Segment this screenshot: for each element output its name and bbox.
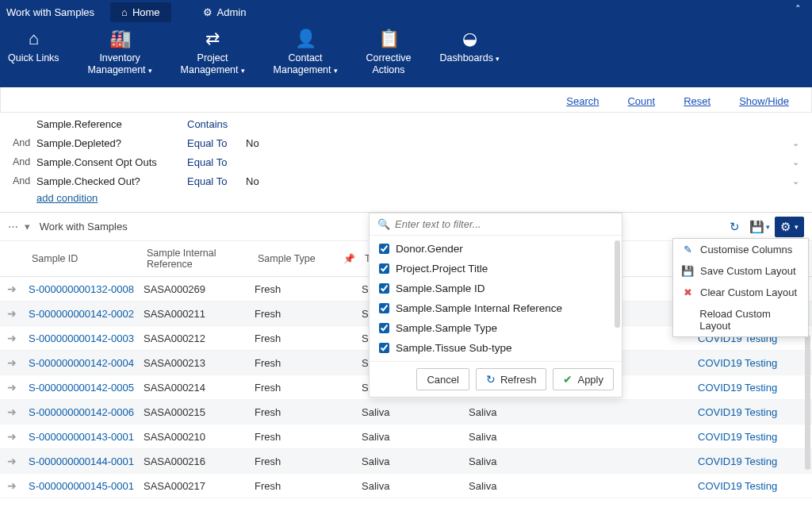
- menu-customise-columns[interactable]: ✎Customise Columns: [673, 239, 808, 260]
- refresh-button[interactable]: ↻Refresh: [476, 368, 547, 390]
- expand-icon[interactable]: ➜: [0, 356, 24, 369]
- save-icon: 💾: [681, 265, 694, 277]
- cell-sample-id[interactable]: S-000000000143-0001: [24, 431, 139, 443]
- column-chooser-item[interactable]: Sample.Sample Internal Reference: [370, 298, 622, 318]
- table-row[interactable]: ➜S-000000000145-0001SASA000217FreshSaliv…: [0, 474, 812, 498]
- chevron-down-icon[interactable]: ⌄: [783, 157, 799, 167]
- ribbon-dashboards[interactable]: ◒ Dashboards▾: [439, 29, 499, 76]
- menu-clear-layout[interactable]: ✖Clear Custom Layout: [673, 282, 808, 303]
- dashboard-icon: ◒: [462, 29, 477, 49]
- column-chooser-checkbox[interactable]: [379, 244, 389, 254]
- scrollbar-thumb[interactable]: [615, 240, 620, 328]
- reset-link[interactable]: Reset: [684, 95, 710, 107]
- expand-icon[interactable]: ➜: [0, 455, 24, 467]
- expand-icon[interactable]: ➜: [0, 282, 24, 295]
- expand-icon[interactable]: ➜: [0, 381, 24, 394]
- menu-reload-layout[interactable]: Reload Custom Layout: [673, 303, 808, 336]
- settings-menu: ✎Customise Columns 💾Save Custom Layout ✖…: [672, 238, 809, 337]
- column-chooser-checkbox[interactable]: [379, 303, 389, 313]
- cell-project[interactable]: COVID19 Testing: [693, 357, 812, 369]
- menu-label: Save Custom Layout: [700, 265, 796, 277]
- filter-operator[interactable]: Equal To: [187, 175, 243, 187]
- col-sample-type[interactable]: Sample Type📌: [253, 253, 360, 264]
- search-link[interactable]: Search: [566, 95, 599, 107]
- cell-sample-id[interactable]: S-000000000144-0001: [24, 455, 139, 467]
- column-chooser-search-input[interactable]: [395, 218, 614, 230]
- cell-project[interactable]: COVID19 Testing: [693, 431, 812, 443]
- column-chooser-popup: 🔍 Donor.GenderProject.Project TitleSampl…: [369, 213, 622, 398]
- cell-sample-id[interactable]: S-000000000142-0004: [24, 357, 139, 369]
- showhide-link[interactable]: Show/Hide: [739, 95, 789, 107]
- add-condition-link[interactable]: add condition: [36, 192, 98, 204]
- col-sample-id[interactable]: Sample ID: [27, 253, 142, 264]
- expand-icon[interactable]: ➜: [0, 430, 24, 443]
- column-chooser-checkbox[interactable]: [379, 323, 389, 333]
- expand-icon[interactable]: ➜: [0, 307, 24, 320]
- settings-button[interactable]: ⚙▾: [775, 217, 804, 237]
- ribbon-quick-links[interactable]: ⌂ Quick Links: [8, 29, 59, 76]
- grid-menu-icon[interactable]: ⋯ ▾: [8, 221, 32, 232]
- table-row[interactable]: ➜S-000000000142-0006SASA000215FreshSaliv…: [0, 400, 812, 425]
- cell-sample-id[interactable]: S-000000000142-0002: [24, 308, 139, 320]
- cell-project[interactable]: COVID19 Testing: [693, 406, 812, 418]
- cell-sample-id[interactable]: S-000000000145-0001: [24, 480, 139, 492]
- scrollbar-thumb[interactable]: [805, 335, 810, 470]
- column-chooser-item[interactable]: Project.Project Title: [370, 259, 622, 279]
- ribbon-project-management[interactable]: ⇄ ProjectManagement▾: [181, 29, 245, 76]
- menu-save-layout[interactable]: 💾Save Custom Layout: [673, 260, 808, 282]
- cell-project[interactable]: COVID19 Testing: [693, 480, 812, 492]
- column-chooser-checkbox[interactable]: [379, 283, 389, 294]
- cell-internal-ref: SASA000210: [139, 431, 250, 443]
- expand-icon[interactable]: ➜: [0, 479, 24, 492]
- apply-button[interactable]: ✔Apply: [553, 368, 614, 390]
- ribbon-contact-management[interactable]: 👤 ContactManagement▾: [274, 29, 338, 76]
- cell-sample-id[interactable]: S-000000000142-0003: [24, 332, 139, 344]
- filter-field[interactable]: Sample.Depleted?: [36, 137, 187, 149]
- filter-operator[interactable]: Equal To: [187, 137, 243, 149]
- column-chooser-checkbox[interactable]: [379, 263, 389, 274]
- expand-icon[interactable]: ➜: [0, 405, 24, 418]
- filter-field[interactable]: Sample.Reference: [36, 118, 187, 130]
- expand-icon[interactable]: ➜: [0, 332, 24, 344]
- filter-value[interactable]: No: [243, 137, 783, 149]
- ribbon-inventory-management[interactable]: 🏭 InventoryManagement▾: [88, 29, 152, 76]
- cell-sample-id[interactable]: S-000000000142-0005: [24, 382, 139, 394]
- cell-sample-type: Fresh: [250, 283, 357, 295]
- filter-field[interactable]: Sample.Consent Opt Outs: [36, 156, 187, 168]
- filter-operator[interactable]: Equal To: [187, 156, 243, 168]
- cell-sample-id[interactable]: S-000000000132-0008: [24, 283, 139, 295]
- cell-tissue: Saliva: [357, 406, 464, 418]
- cell-sample-id[interactable]: S-000000000142-0006: [24, 406, 139, 418]
- collapse-caret-icon[interactable]: ˄: [795, 3, 801, 15]
- filter-operator[interactable]: Contains: [187, 118, 243, 130]
- column-chooser-item-label: Sample.Sample Type: [396, 322, 497, 334]
- table-row[interactable]: ➜S-000000000143-0001SASA000210FreshSaliv…: [0, 425, 812, 449]
- chevron-down-icon[interactable]: ⌄: [783, 138, 799, 148]
- column-chooser-checkbox[interactable]: [379, 343, 389, 353]
- cell-sample-type: Fresh: [250, 455, 357, 467]
- chevron-down-icon[interactable]: ⌄: [783, 176, 799, 186]
- ribbon-corrective-actions[interactable]: 📋 CorrectiveActions: [366, 29, 412, 76]
- filter-value[interactable]: No: [243, 175, 783, 187]
- cell-internal-ref: SASA000269: [139, 283, 250, 295]
- nav-home[interactable]: ⌂ Home: [110, 2, 171, 22]
- pin-icon[interactable]: 📌: [343, 253, 355, 264]
- filter-field[interactable]: Sample.Checked Out?: [36, 175, 187, 187]
- table-row[interactable]: ➜S-000000000144-0001SASA000216FreshSaliv…: [0, 449, 812, 474]
- cell-internal-ref: SASA000217: [139, 480, 250, 492]
- nav-admin[interactable]: ⚙ Admin: [192, 2, 258, 22]
- count-link[interactable]: Count: [627, 95, 655, 107]
- save-layout-button[interactable]: 💾▾: [749, 217, 770, 237]
- cancel-button[interactable]: Cancel: [416, 368, 469, 390]
- cell-sample-type: Fresh: [250, 308, 357, 320]
- column-chooser-item-label: Donor.Gender: [396, 243, 463, 255]
- chevron-down-icon: ▾: [496, 55, 500, 63]
- column-chooser-item[interactable]: Sample.Tissue Sub-type: [370, 338, 622, 358]
- col-internal-ref[interactable]: Sample Internal Reference: [142, 248, 253, 270]
- column-chooser-item[interactable]: Donor.Gender: [370, 239, 622, 259]
- column-chooser-item[interactable]: Sample.Sample Type: [370, 318, 622, 338]
- cell-project[interactable]: COVID19 Testing: [693, 382, 812, 394]
- cell-project[interactable]: COVID19 Testing: [693, 455, 812, 467]
- refresh-button[interactable]: ↻: [724, 217, 745, 237]
- column-chooser-item[interactable]: Sample.Sample ID: [370, 279, 622, 298]
